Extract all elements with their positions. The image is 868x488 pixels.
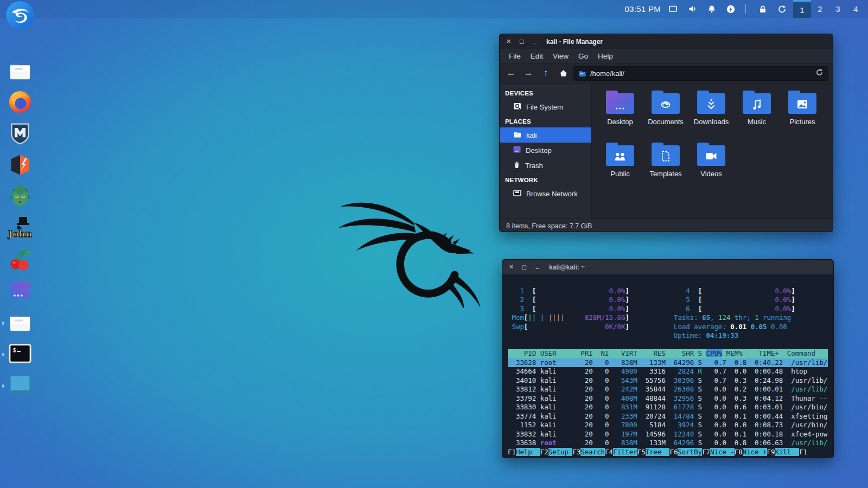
path-bar[interactable]: /home/kali/ bbox=[573, 66, 828, 81]
menu-file[interactable]: File bbox=[504, 50, 526, 62]
close-icon[interactable]: ✕ bbox=[505, 38, 512, 44]
forward-button[interactable]: → bbox=[521, 66, 535, 80]
folder-item-downloads[interactable]: Downloads bbox=[688, 89, 734, 141]
fkey-label[interactable]: Search bbox=[580, 448, 605, 456]
fkey-f9[interactable]: F9 bbox=[767, 448, 775, 456]
blue-app-icon bbox=[8, 374, 32, 399]
logout-icon[interactable] bbox=[777, 5, 787, 14]
htop-output: 1 [ 0.0%] 4 [ 0.0%] 2 [ 0.0%] 5 [ 0.0%] … bbox=[502, 274, 833, 457]
menu-go[interactable]: Go bbox=[573, 50, 593, 62]
folder-item-public[interactable]: Public bbox=[597, 141, 643, 193]
menu-view[interactable]: View bbox=[548, 50, 573, 62]
fkey-f1[interactable]: F1 bbox=[799, 448, 807, 456]
htop-process-row[interactable]: 33830 kali 20 0 831M 91128 61728 S 0.0 0… bbox=[508, 403, 828, 412]
window-title: kali - File Manager bbox=[546, 38, 603, 46]
sidebar-item-file-system[interactable]: File System bbox=[500, 99, 591, 115]
htop-process-row[interactable]: 33792 kali 20 0 408M 48844 32956 S 0.0 0… bbox=[508, 394, 828, 403]
dock-item-firefox[interactable] bbox=[7, 90, 34, 116]
folder-item-desktop[interactable]: Desktop bbox=[597, 89, 643, 141]
dock-item-burpsuite[interactable] bbox=[7, 153, 34, 179]
fkey-f3[interactable]: F3 bbox=[572, 448, 580, 456]
firefox-icon bbox=[8, 89, 33, 117]
dock-item-metasploit[interactable] bbox=[7, 121, 34, 147]
htop-table-header[interactable]: PID USER PRI NI VIRT RES SHR S CPU% MEM%… bbox=[508, 349, 828, 358]
up-button[interactable]: ↑ bbox=[539, 66, 553, 80]
dock-item-medusa[interactable] bbox=[7, 184, 34, 210]
dock-item-file-manager[interactable] bbox=[7, 310, 34, 336]
dock-item-file-manager[interactable] bbox=[7, 59, 34, 85]
dock-item-desktop-folder[interactable] bbox=[7, 279, 34, 305]
htop-process-row[interactable]: 33832 kali 20 0 197M 14596 12240 S 0.0 0… bbox=[508, 430, 828, 439]
htop-cpu-meters: 3 [ 0.0%] 6 [ 0.0%] bbox=[508, 305, 828, 314]
fkey-label[interactable]: Help bbox=[516, 448, 540, 456]
display-icon[interactable] bbox=[668, 5, 678, 13]
menu-help[interactable]: Help bbox=[593, 50, 618, 62]
htop-process-row[interactable]: 1152 kali 20 0 7800 5184 3924 S 0.0 0.0 … bbox=[508, 421, 828, 430]
dock-item-terminal[interactable]: $ bbox=[7, 342, 34, 368]
maximize-icon[interactable]: ◻ bbox=[521, 264, 528, 270]
file-manager-window: ✕ ◻ – kali - File Manager FileEditViewGo… bbox=[499, 34, 833, 232]
htop-uptime: Uptime: 04:19:33 bbox=[508, 331, 828, 341]
htop-process-row[interactable]: 33812 kali 20 0 242M 35844 26308 S 0.0 0… bbox=[508, 385, 828, 394]
fkey-f1[interactable]: F1 bbox=[508, 448, 516, 456]
lock-icon[interactable] bbox=[758, 5, 767, 14]
dock-item-john-the-ripper[interactable]: John bbox=[7, 216, 34, 242]
window-title: kali@kali: ~ bbox=[549, 264, 585, 271]
file-manager-file-grid: DesktopDocumentsDownloadsMusicPicturesPu… bbox=[592, 84, 833, 219]
maximize-icon[interactable]: ◻ bbox=[518, 38, 525, 44]
sidebar-item-label: File System bbox=[526, 103, 563, 111]
back-button[interactable]: ← bbox=[504, 66, 518, 80]
htop-process-row[interactable]: 33774 kali 20 0 233M 20724 14784 S 0.0 0… bbox=[508, 412, 828, 421]
fkey-label[interactable]: Nice + bbox=[743, 448, 767, 456]
fkey-label[interactable]: Nice - bbox=[710, 448, 735, 456]
path-text[interactable]: /home/kali/ bbox=[590, 69, 812, 78]
file-manager-icon bbox=[8, 311, 33, 336]
workspace-button-4[interactable]: 4 bbox=[847, 0, 865, 18]
htop-process-row[interactable]: 33628 root 20 0 838M 133M 64296 S 0.7 0.… bbox=[508, 358, 828, 368]
folder-item-videos[interactable]: Videos bbox=[688, 141, 734, 193]
template-folder-icon bbox=[652, 145, 680, 166]
reload-icon[interactable] bbox=[815, 68, 824, 79]
sidebar-item-trash[interactable]: Trash bbox=[500, 158, 591, 174]
workspace-button-1[interactable]: 1 bbox=[793, 0, 811, 18]
fkey-f8[interactable]: F8 bbox=[735, 448, 743, 456]
fkey-label[interactable]: Tree bbox=[646, 448, 670, 456]
dock-item-blue-app[interactable] bbox=[7, 373, 34, 399]
workspace-button-3[interactable]: 3 bbox=[829, 0, 847, 18]
kali-dragon-wallpaper-logo bbox=[335, 190, 483, 308]
fkey-label[interactable]: SortBy bbox=[678, 448, 702, 456]
workspace-button-2[interactable]: 2 bbox=[811, 0, 829, 18]
htop-process-row[interactable]: 34664 kali 20 0 4980 3316 2824 R 0.7 0.0… bbox=[508, 367, 828, 376]
folder-item-pictures[interactable]: Pictures bbox=[780, 89, 825, 141]
sidebar-item-desktop[interactable]: Desktop bbox=[500, 143, 591, 158]
terminal-titlebar: ✕ ◻ – kali@kali: ~ bbox=[502, 260, 833, 274]
fkey-label[interactable]: Filter bbox=[613, 448, 637, 456]
fkey-f7[interactable]: F7 bbox=[702, 448, 710, 456]
notifications-icon[interactable] bbox=[707, 5, 716, 13]
fkey-label[interactable]: Kill bbox=[775, 448, 799, 456]
dock-item-cherrytree[interactable] bbox=[7, 247, 34, 273]
home-button[interactable] bbox=[556, 66, 570, 80]
fkey-f4[interactable]: F4 bbox=[605, 448, 613, 456]
minimize-icon[interactable]: – bbox=[534, 265, 541, 271]
people-folder-icon bbox=[606, 145, 634, 166]
fkey-label[interactable]: Setup bbox=[548, 448, 573, 456]
clock[interactable]: 03:51 PM bbox=[624, 4, 661, 14]
updates-icon[interactable] bbox=[726, 5, 735, 14]
folder-item-templates[interactable]: Templates bbox=[643, 141, 688, 193]
volume-icon[interactable] bbox=[688, 5, 697, 13]
fkey-f6[interactable]: F6 bbox=[669, 448, 678, 456]
folder-item-music[interactable]: Music bbox=[734, 89, 780, 141]
minimize-icon[interactable]: – bbox=[531, 40, 538, 46]
htop-process-row[interactable]: 33638 root 20 0 838M 133M 64296 S 0.0 0.… bbox=[508, 439, 828, 448]
fkey-f5[interactable]: F5 bbox=[637, 448, 646, 456]
sidebar-item-browse-network[interactable]: Browse Network bbox=[500, 186, 591, 201]
sidebar-item-kali[interactable]: kali bbox=[500, 127, 591, 143]
htop-process-row[interactable]: 34010 kali 20 0 543M 55756 30396 S 0.7 0… bbox=[508, 376, 828, 386]
folder-item-documents[interactable]: Documents bbox=[643, 89, 688, 141]
folder-icon bbox=[513, 130, 522, 140]
dock-item-kali-menu[interactable] bbox=[7, 3, 34, 29]
menu-edit[interactable]: Edit bbox=[526, 50, 548, 62]
close-icon[interactable]: ✕ bbox=[508, 264, 515, 270]
fkey-f2[interactable]: F2 bbox=[540, 448, 548, 456]
